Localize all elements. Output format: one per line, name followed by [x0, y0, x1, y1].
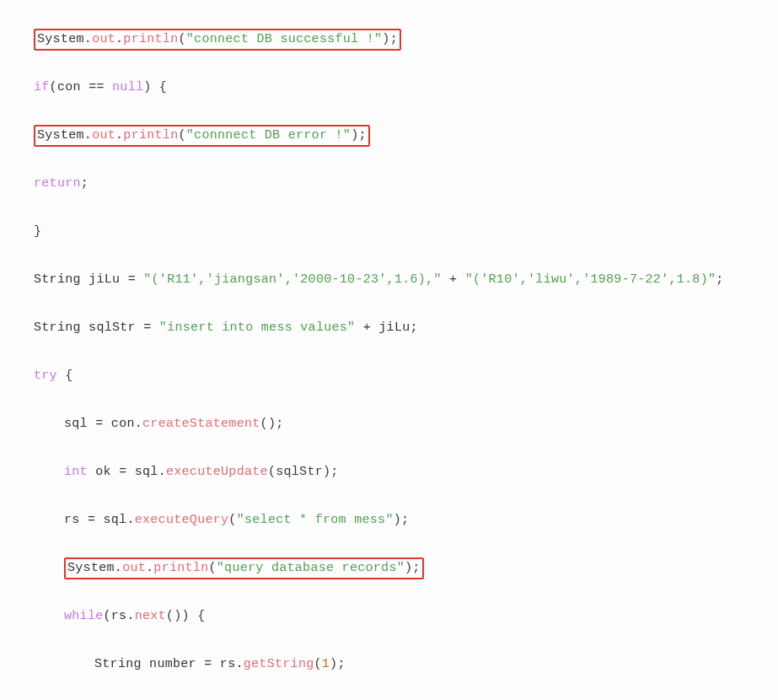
code-line: String number = rs.getString(1);	[34, 653, 778, 677]
code-line: }	[34, 220, 778, 245]
highlight-box: System.out.println("query database recor…	[64, 557, 424, 580]
code-line: String jiLu = "('R11','jiangsan','2000-1…	[34, 268, 778, 293]
code-block: System.out.println("connect DB successfu…	[0, 0, 778, 700]
code-line: int ok = sql.executeUpdate(sqlStr);	[34, 460, 778, 485]
code-line: System.out.println("connect DB successfu…	[34, 28, 778, 52]
code-line: System.out.println("query database recor…	[34, 557, 778, 581]
highlight-box: System.out.println("connect DB successfu…	[34, 29, 401, 51]
code-line: while(rs.next()) {	[34, 605, 778, 629]
code-line: if(con == null) {	[34, 76, 778, 100]
code-line: sql = con.createStatement();	[34, 412, 778, 437]
code-line: String sqlStr = "insert into mess values…	[34, 316, 778, 341]
code-line: System.out.println("connnect DB error !"…	[34, 124, 778, 148]
code-line: try {	[34, 364, 778, 389]
highlight-box: System.out.println("connnect DB error !"…	[34, 125, 370, 148]
code-line: return;	[34, 172, 778, 197]
code-line: rs = sql.executeQuery("select * from mes…	[34, 509, 778, 533]
